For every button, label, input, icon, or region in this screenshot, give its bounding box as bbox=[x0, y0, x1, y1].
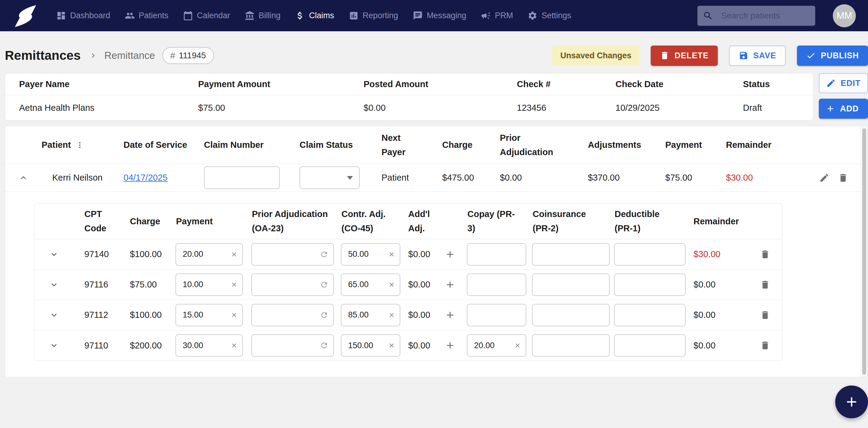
coinsurance-input-field[interactable] bbox=[533, 341, 609, 350]
contractual-adjustment-input[interactable]: × bbox=[341, 304, 400, 326]
refresh-icon[interactable] bbox=[320, 250, 329, 258]
copay-input-field[interactable] bbox=[467, 249, 526, 259]
prior-adjudication-input[interactable] bbox=[251, 243, 334, 266]
prior-adjudication-input-field[interactable] bbox=[252, 310, 320, 319]
prior-adjudication-input-field[interactable] bbox=[252, 249, 320, 259]
refresh-icon[interactable] bbox=[320, 280, 329, 289]
claim-status-select[interactable] bbox=[300, 166, 360, 189]
avatar[interactable]: MM bbox=[833, 4, 856, 27]
coinsurance-input-field[interactable] bbox=[533, 280, 609, 289]
payment-input-field[interactable] bbox=[176, 341, 231, 350]
payment-input-field[interactable] bbox=[176, 280, 231, 289]
nav-item-prm[interactable]: PRM bbox=[481, 11, 513, 21]
add-adjustment-button[interactable] bbox=[439, 279, 461, 290]
clear-payment-button[interactable]: × bbox=[231, 310, 242, 319]
breadcrumb-root[interactable]: Remittances bbox=[5, 48, 81, 63]
copay-input[interactable] bbox=[467, 304, 526, 326]
scrollbar-thumb[interactable] bbox=[862, 128, 866, 375]
deductible-input-field[interactable] bbox=[615, 249, 685, 259]
add-adjustment-button[interactable] bbox=[439, 340, 461, 351]
claim-number-input[interactable] bbox=[204, 166, 280, 189]
clear-payment-button[interactable]: × bbox=[231, 341, 242, 350]
edit-button[interactable]: EDIT bbox=[819, 73, 868, 93]
payment-input[interactable]: × bbox=[176, 243, 243, 266]
nav-item-dashboard[interactable]: Dashboard bbox=[56, 11, 110, 21]
prior-adjudication-input-field[interactable] bbox=[252, 280, 320, 289]
nav-item-claims[interactable]: Claims bbox=[295, 11, 334, 21]
copay-input[interactable] bbox=[467, 274, 526, 296]
delete-claim-button[interactable] bbox=[838, 173, 848, 183]
refresh-icon[interactable] bbox=[320, 341, 329, 350]
deductible-input[interactable] bbox=[614, 243, 686, 266]
clear-payment-button[interactable]: × bbox=[231, 280, 242, 289]
expand-cpt-row-button[interactable] bbox=[34, 310, 74, 320]
prior-adjudication-input-field[interactable] bbox=[252, 341, 320, 350]
prior-adjudication-input[interactable] bbox=[251, 334, 334, 357]
coinsurance-input-field[interactable] bbox=[533, 249, 609, 259]
copay-input-field[interactable] bbox=[467, 280, 526, 289]
deductible-input[interactable] bbox=[614, 304, 686, 326]
coinsurance-input[interactable] bbox=[532, 334, 610, 357]
refresh-icon[interactable] bbox=[320, 311, 329, 319]
copay-input-field[interactable] bbox=[467, 310, 526, 319]
payment-input[interactable]: × bbox=[176, 274, 243, 296]
expand-cpt-row-button[interactable] bbox=[34, 280, 74, 290]
contractual-adjustment-input-field[interactable] bbox=[341, 310, 389, 319]
contractual-adjustment-input-field[interactable] bbox=[341, 280, 389, 289]
contractual-adjustment-input-field[interactable] bbox=[341, 341, 389, 350]
contractual-adjustment-input[interactable]: × bbox=[341, 274, 400, 296]
deductible-input-field[interactable] bbox=[615, 310, 685, 319]
add-button[interactable]: ADD bbox=[819, 99, 868, 119]
delete-cpt-row-button[interactable] bbox=[760, 249, 770, 259]
more-vert-icon[interactable] bbox=[75, 141, 84, 150]
nav-item-reporting[interactable]: Reporting bbox=[349, 11, 398, 21]
nav-item-messaging[interactable]: Messaging bbox=[413, 11, 466, 21]
copay-input-field[interactable] bbox=[467, 341, 515, 350]
nav-item-settings[interactable]: Settings bbox=[527, 11, 571, 21]
delete-cpt-row-button[interactable] bbox=[760, 310, 770, 320]
deductible-input-field[interactable] bbox=[615, 341, 685, 350]
clear-contractual-adjustment-button[interactable]: × bbox=[389, 341, 400, 350]
delete-button[interactable]: DELETE bbox=[651, 45, 718, 66]
deductible-input[interactable] bbox=[614, 274, 686, 296]
clear-contractual-adjustment-button[interactable]: × bbox=[389, 250, 400, 259]
payment-input[interactable]: × bbox=[176, 304, 243, 326]
delete-cpt-row-button[interactable] bbox=[760, 280, 770, 290]
payment-input[interactable]: × bbox=[176, 334, 243, 357]
prior-adjudication-input[interactable] bbox=[251, 304, 334, 326]
contractual-adjustment-input[interactable]: × bbox=[341, 334, 400, 357]
copay-input[interactable]: × bbox=[467, 334, 526, 357]
deductible-input[interactable] bbox=[614, 334, 686, 357]
payment-input-field[interactable] bbox=[176, 249, 231, 259]
coinsurance-input-field[interactable] bbox=[533, 310, 609, 319]
deductible-input-field[interactable] bbox=[615, 280, 685, 289]
copay-input[interactable] bbox=[467, 243, 526, 266]
add-floating-action-button[interactable] bbox=[835, 386, 868, 418]
app-logo-icon[interactable] bbox=[11, 2, 39, 30]
contractual-adjustment-input-field[interactable] bbox=[341, 249, 389, 259]
expand-cpt-row-button[interactable] bbox=[34, 340, 74, 350]
prior-adjudication-input[interactable] bbox=[251, 274, 334, 296]
clear-payment-button[interactable]: × bbox=[231, 250, 242, 259]
nav-item-billing[interactable]: Billing bbox=[245, 11, 280, 21]
clear-contractual-adjustment-button[interactable]: × bbox=[389, 310, 400, 319]
coinsurance-input[interactable] bbox=[532, 243, 610, 266]
edit-claim-button[interactable] bbox=[819, 173, 830, 183]
contractual-adjustment-input[interactable]: × bbox=[341, 243, 400, 266]
nav-item-calendar[interactable]: Calendar bbox=[183, 11, 230, 21]
coinsurance-input[interactable] bbox=[532, 274, 610, 296]
collapse-claim-button[interactable] bbox=[5, 173, 41, 183]
date-of-service-link[interactable]: 04/17/2025 bbox=[124, 173, 204, 183]
add-adjustment-button[interactable] bbox=[439, 310, 461, 320]
publish-button[interactable]: PUBLISH bbox=[797, 45, 868, 66]
expand-cpt-row-button[interactable] bbox=[34, 249, 74, 259]
coinsurance-input[interactable] bbox=[532, 304, 610, 326]
search-input[interactable] bbox=[721, 11, 810, 21]
clear-contractual-adjustment-button[interactable]: × bbox=[389, 280, 400, 289]
add-adjustment-button[interactable] bbox=[439, 249, 461, 260]
nav-item-patients[interactable]: Patients bbox=[125, 11, 168, 21]
delete-cpt-row-button[interactable] bbox=[760, 340, 770, 350]
payment-input-field[interactable] bbox=[176, 310, 231, 319]
clear-copay-button[interactable]: × bbox=[515, 341, 526, 350]
save-button[interactable]: SAVE bbox=[729, 45, 786, 66]
